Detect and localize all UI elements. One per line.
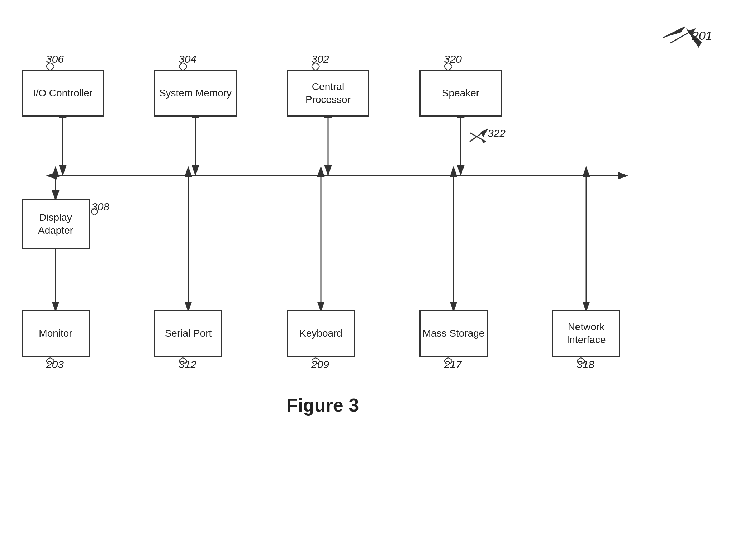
- diagram: I/O Controller System Memory CentralProc…: [0, 0, 740, 560]
- speaker-label: Speaker: [442, 87, 479, 100]
- mass-storage-box: Mass Storage: [419, 310, 488, 357]
- figure-caption: Figure 3: [251, 394, 394, 416]
- squiggle-217: [441, 357, 455, 364]
- central-processor-box: CentralProcessor: [287, 70, 369, 117]
- squiggle-308: [89, 207, 100, 216]
- squiggle-320: [441, 60, 455, 71]
- squiggle-318: [574, 357, 588, 364]
- serial-port-label: Serial Port: [165, 327, 212, 340]
- arrow-201: [663, 23, 692, 41]
- speaker-box: Speaker: [419, 70, 502, 117]
- arrow-322: [466, 127, 489, 143]
- diagram-svg: [0, 0, 740, 560]
- squiggle-304: [176, 60, 190, 71]
- serial-port-box: Serial Port: [154, 310, 222, 357]
- svg-line-20: [663, 27, 685, 38]
- io-controller-label: I/O Controller: [33, 87, 93, 100]
- network-interface-box: NetworkInterface: [552, 310, 620, 357]
- ref-322: 322: [488, 127, 506, 139]
- display-adapter-box: DisplayAdapter: [22, 199, 90, 249]
- display-adapter-label: DisplayAdapter: [38, 211, 73, 237]
- squiggle-209: [308, 357, 323, 364]
- network-interface-label: NetworkInterface: [567, 321, 606, 347]
- squiggle-302: [308, 60, 323, 71]
- system-memory-box: System Memory: [154, 70, 237, 117]
- ref-201: 201: [692, 29, 712, 43]
- system-memory-label: System Memory: [159, 87, 232, 100]
- squiggle-306: [43, 60, 57, 71]
- keyboard-label: Keyboard: [299, 327, 342, 340]
- monitor-label: Monitor: [39, 327, 72, 340]
- io-controller-box: I/O Controller: [22, 70, 104, 117]
- monitor-box: Monitor: [22, 310, 90, 357]
- squiggle-203: [43, 357, 57, 364]
- central-processor-label: CentralProcessor: [305, 80, 351, 106]
- mass-storage-label: Mass Storage: [423, 327, 485, 340]
- keyboard-box: Keyboard: [287, 310, 355, 357]
- squiggle-312: [176, 357, 190, 364]
